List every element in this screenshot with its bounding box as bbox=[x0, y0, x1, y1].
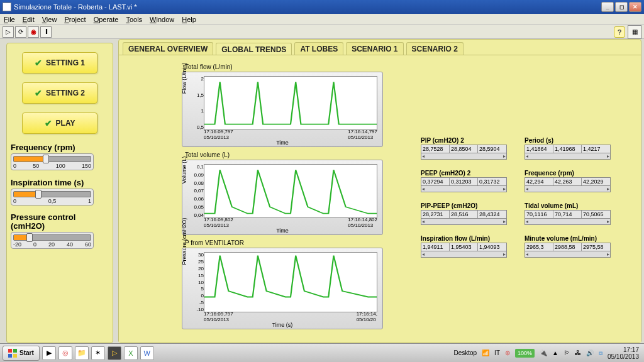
window-title: Simulazione Totale - Roberta - LAST.vi * bbox=[14, 3, 136, 11]
tray-icon[interactable]: 📶 bbox=[482, 349, 489, 356]
menu-window[interactable]: Window bbox=[150, 16, 174, 23]
setting1-button[interactable]: ✔SETTING 1 bbox=[22, 52, 97, 74]
vi-icon[interactable]: ▦ bbox=[628, 25, 641, 39]
menu-view[interactable]: View bbox=[42, 16, 57, 23]
press-slider[interactable]: -200204060 bbox=[11, 232, 94, 249]
clock[interactable]: 17:1705/10/2013 bbox=[608, 346, 641, 360]
chart-title: Total flow (L/min) bbox=[185, 63, 233, 70]
menu-edit[interactable]: Edit bbox=[23, 16, 35, 23]
menu-bar: File Edit View Project Operate Tools Win… bbox=[0, 14, 644, 25]
scrollbar[interactable]: ◂▸ bbox=[421, 251, 507, 258]
language-indicator[interactable]: IT bbox=[494, 349, 500, 356]
pause-button[interactable]: II bbox=[40, 26, 52, 38]
power-icon[interactable]: 🔌 bbox=[540, 349, 547, 356]
check-icon: ✔ bbox=[45, 118, 52, 128]
chart-title: Total volume (L) bbox=[185, 151, 230, 158]
start-button[interactable]: Start bbox=[3, 346, 40, 361]
setting2-button[interactable]: ✔SETTING 2 bbox=[22, 82, 97, 104]
readout-minute-vol: Minute volume (mL/min) 2965,32988,582975… bbox=[525, 235, 611, 258]
taskbar-labview[interactable]: ▷ bbox=[108, 346, 121, 360]
tab-at-lobes[interactable]: AT LOBES bbox=[294, 42, 343, 56]
close-button[interactable]: ✕ bbox=[629, 2, 641, 12]
freq-slider[interactable]: 050100150 bbox=[11, 153, 94, 170]
dropbox-icon[interactable]: ⧈ bbox=[599, 349, 602, 357]
check-icon: ✔ bbox=[35, 88, 42, 98]
menu-project[interactable]: Project bbox=[64, 16, 86, 23]
scrollbar[interactable]: ◂▸ bbox=[421, 186, 507, 192]
menu-tools[interactable]: Tools bbox=[126, 16, 142, 23]
taskbar-explorer[interactable]: 📁 bbox=[75, 346, 89, 360]
tab-scenario-2[interactable]: SCENARIO 2 bbox=[406, 42, 464, 56]
network-icon[interactable]: 🖧 bbox=[575, 349, 581, 356]
chart-pressure: P from VENTILATOR Pressure (cmH2O) 30252… bbox=[182, 248, 383, 329]
readout-insp-flow: Inspiration flow (L/min) 1,949111,954031… bbox=[421, 235, 507, 258]
scrollbar[interactable]: ◂▸ bbox=[421, 153, 507, 160]
tray-expand-icon[interactable]: ▲ bbox=[552, 349, 558, 356]
scrollbar[interactable]: ◂▸ bbox=[421, 219, 507, 225]
taskbar-app-4[interactable]: ✶ bbox=[91, 346, 105, 360]
scrollbar[interactable]: ◂▸ bbox=[525, 219, 611, 225]
run-cont-button[interactable]: ⟳ bbox=[15, 26, 26, 38]
run-button[interactable]: ▷ bbox=[3, 26, 14, 38]
help-icon[interactable]: ? bbox=[614, 26, 625, 38]
tab-scenario-1[interactable]: SCENARIO 1 bbox=[346, 42, 403, 56]
setting2-label: SETTING 2 bbox=[46, 89, 85, 97]
readout-peep: PEEP (cmH2O) 2 0,372940,312030,31732 ◂▸ bbox=[421, 170, 507, 192]
scrollbar[interactable]: ◂▸ bbox=[525, 251, 611, 258]
taskbar-app-1[interactable]: ▶ bbox=[42, 346, 56, 360]
play-label: PLAY bbox=[56, 119, 75, 128]
taskbar-word[interactable]: W bbox=[140, 346, 154, 360]
check-icon: ✔ bbox=[35, 58, 42, 68]
menu-help[interactable]: Help bbox=[182, 16, 196, 23]
toolbar: ▷ ⟳ ◉ II ? ▦ bbox=[0, 25, 644, 39]
windows-logo-icon bbox=[8, 349, 17, 358]
desktop-label[interactable]: Desktop bbox=[453, 349, 477, 356]
chart-total-flow: Total flow (L/min) Flow (L/min) 21,510,5… bbox=[182, 72, 383, 147]
play-button[interactable]: ✔PLAY bbox=[22, 112, 97, 134]
readout-pip: PIP (cmH2O) 2 28,752828,850428,5904 ◂▸ bbox=[421, 137, 507, 160]
tab-container: GENERAL OVERVIEW GLOBAL TRENDS AT LOBES … bbox=[118, 39, 641, 343]
app-icon bbox=[3, 3, 11, 11]
taskbar-excel[interactable]: X bbox=[124, 346, 138, 360]
window-titlebar: Simulazione Totale - Roberta - LAST.vi *… bbox=[0, 0, 644, 14]
setting1-label: SETTING 1 bbox=[46, 58, 85, 67]
readout-pip-peep: PIP-PEEP (cmH2O) 28,273128,51628,4324 ◂▸ bbox=[421, 202, 507, 225]
abort-button[interactable]: ◉ bbox=[28, 26, 39, 38]
action-center-icon[interactable]: ⊕ bbox=[505, 349, 510, 356]
flag-icon[interactable]: 🏳 bbox=[564, 349, 570, 356]
menu-operate[interactable]: Operate bbox=[94, 16, 119, 23]
taskbar-chrome[interactable]: ◎ bbox=[58, 346, 72, 360]
control-panel: ✔SETTING 1 ✔SETTING 2 ✔PLAY Frequency (r… bbox=[6, 43, 113, 343]
readout-period: Period (s) 1,418641,419681,4217 ◂▸ bbox=[525, 137, 611, 160]
minimize-button[interactable]: _ bbox=[601, 2, 614, 12]
insp-label: Inspiration time (s) bbox=[11, 178, 109, 187]
press-label: Pressure control (cmH2O) bbox=[11, 213, 109, 231]
insp-slider[interactable]: 00,51 bbox=[11, 189, 94, 206]
scrollbar[interactable]: ◂▸ bbox=[525, 186, 611, 192]
menu-file[interactable]: File bbox=[4, 16, 15, 23]
tab-general-overview[interactable]: GENERAL OVERVIEW bbox=[123, 42, 213, 56]
readout-tidal: Tidal volume (mL) 70,111670,71470,5065 ◂… bbox=[525, 202, 611, 225]
volume-icon[interactable]: 🔊 bbox=[586, 349, 594, 356]
chart-title: P from VENTILATOR bbox=[185, 239, 244, 246]
scrollbar[interactable]: ◂▸ bbox=[525, 153, 611, 160]
battery-indicator[interactable]: 100% bbox=[515, 349, 535, 358]
taskbar: Start ▶ ◎ 📁 ✶ ▷ X W Desktop 📶 IT ⊕ 100% … bbox=[0, 343, 644, 362]
chart-total-volume: Total volume (L) Volume (L) 0,10,090,080… bbox=[182, 160, 383, 235]
freq-label: Frequency (rpm) bbox=[11, 143, 109, 152]
maximize-button[interactable]: ◻ bbox=[615, 2, 628, 12]
readout-frequence: Frequence (rpm) 42,29442,26342,2029 ◂▸ bbox=[525, 170, 611, 192]
